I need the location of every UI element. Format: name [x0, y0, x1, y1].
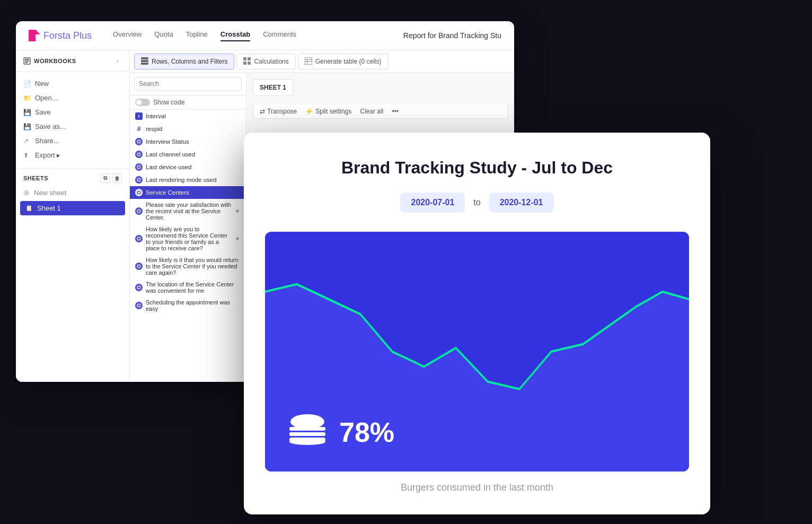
radio-icon: [135, 138, 143, 145]
dashboard-title: Brand Tracking Study - Jul to Dec: [341, 158, 613, 178]
new-sheet-item[interactable]: ⊕ New sheet: [16, 185, 129, 200]
svg-rect-7: [243, 57, 246, 60]
svg-point-16: [138, 141, 140, 143]
action-star-7[interactable]: ✦: [234, 207, 241, 215]
variable-panel: Show code I Interval # respid: [130, 73, 246, 382]
nav-quota[interactable]: Quota: [154, 30, 173, 41]
chart-content: 78%: [286, 414, 394, 450]
sheet-toolbar: ⇄ Transpose ⚡ Split settings Clear all •…: [253, 104, 508, 119]
generate-table-tab[interactable]: Generate table (0 cells): [298, 54, 389, 69]
nav-topline[interactable]: Topline: [186, 30, 208, 41]
menu-open[interactable]: 📁 Open...: [16, 91, 129, 105]
svg-rect-10: [248, 62, 251, 65]
svg-rect-11: [305, 57, 312, 65]
dashboard-footer: Burgers consumed in the last month: [401, 482, 553, 493]
var-interval[interactable]: I Interval: [130, 110, 246, 123]
more-options-btn[interactable]: •••: [392, 108, 399, 115]
transpose-btn[interactable]: ⇄ Transpose: [260, 108, 297, 115]
main-toolbar: Rows, Columns and Filters Calculations G…: [130, 50, 514, 73]
menu-save[interactable]: 💾 Save: [16, 105, 129, 119]
sidebar-menu: 📄 New 📁 Open... 💾 Save 💾 Save as... ↗: [16, 72, 129, 167]
var-respid[interactable]: # respid: [130, 123, 246, 135]
svg-rect-2: [25, 60, 29, 62]
var-last-rendering[interactable]: Last rendering mode used: [130, 173, 246, 186]
copy-sheet-btn[interactable]: ⧉: [101, 173, 110, 183]
radio-icon-8: [135, 284, 143, 291]
radio-icon-4: [135, 176, 143, 184]
svg-rect-40: [289, 427, 325, 431]
percentage-value: 78%: [339, 416, 394, 448]
share-icon: ↗: [23, 137, 31, 145]
split-settings-btn[interactable]: ⚡ Split settings: [305, 108, 351, 115]
sheet-icon: 📋: [25, 205, 33, 212]
app-header: Forsta Plus Overview Quota Topline Cross…: [16, 21, 514, 50]
show-code-toggle-row: Show code: [130, 95, 246, 110]
var-scheduling[interactable]: Scheduling the appointment was easy: [130, 296, 246, 315]
var-service-centers[interactable]: Service Centers: [130, 186, 246, 199]
transpose-icon: ⇄: [260, 108, 265, 115]
interval-icon: I: [135, 112, 143, 120]
var-last-channel[interactable]: Last channel used: [130, 148, 246, 161]
workbooks-label: WORKBOOKS: [23, 57, 76, 65]
radio-icon-6: [135, 235, 143, 242]
calculations-icon: [243, 57, 251, 66]
plus-icon: ⊕: [23, 188, 30, 197]
svg-point-36: [290, 414, 324, 429]
svg-rect-3: [25, 62, 28, 63]
rows-cols-filters-tab[interactable]: Rows, Columns and Filters: [134, 54, 234, 69]
save-icon: 💾: [23, 109, 31, 116]
burger-icon: [286, 414, 329, 450]
radio-icon-2: [135, 151, 143, 158]
nav-overview[interactable]: Overview: [113, 30, 142, 41]
menu-save-as[interactable]: 💾 Save as...: [16, 119, 129, 134]
sheet-header-row: SHEET 1: [253, 79, 508, 100]
ellipsis-icon: •••: [392, 108, 399, 115]
svg-point-24: [138, 191, 140, 194]
report-title: Report for Brand Tracking Stu: [403, 31, 501, 40]
sidebar-collapse-btn[interactable]: ‹: [113, 57, 122, 65]
svg-point-43: [289, 439, 325, 445]
show-code-toggle[interactable]: [135, 99, 150, 106]
var-last-device[interactable]: Last device used: [130, 161, 246, 173]
var-recommend[interactable]: How likely are you to recommend this Ser…: [130, 223, 246, 254]
svg-rect-41: [289, 432, 325, 436]
sheets-section: SHEETS ⧉ 🗑: [16, 169, 129, 185]
svg-point-28: [138, 238, 140, 240]
sidebar: WORKBOOKS ‹ 📄 New 📁 Open... 💾 Save: [16, 50, 130, 382]
svg-point-34: [138, 304, 140, 307]
variable-search-input[interactable]: [134, 77, 242, 91]
variable-list: I Interval # respid Interview Status: [130, 110, 246, 382]
open-folder-icon: 📁: [23, 94, 31, 102]
logo-icon: [29, 30, 40, 41]
clear-all-btn[interactable]: Clear all: [360, 108, 383, 115]
svg-rect-9: [243, 62, 246, 65]
var-interview-status[interactable]: Interview Status: [130, 135, 246, 148]
var-return[interactable]: How likely is it that you would return t…: [130, 254, 246, 278]
dashboard-card: Brand Tracking Study - Jul to Dec 2020-0…: [244, 133, 710, 514]
sheet1-item[interactable]: 📋 Sheet 1: [20, 201, 125, 215]
radio-icon-3: [135, 163, 143, 171]
calculations-tab[interactable]: Calculations: [236, 54, 295, 69]
svg-rect-1: [25, 59, 29, 60]
hash-icon: #: [135, 125, 143, 133]
workbooks-icon: [23, 57, 31, 65]
var-location[interactable]: The location of the Service Center was c…: [130, 278, 246, 296]
delete-sheet-btn[interactable]: 🗑: [112, 173, 122, 183]
sheet-label: SHEET 1: [253, 79, 293, 96]
svg-point-37: [296, 416, 300, 421]
menu-export[interactable]: ⬆ Export ▸: [16, 148, 129, 162]
var-satisfaction[interactable]: Please rate your satisfaction with the r…: [130, 199, 246, 223]
svg-rect-8: [248, 57, 251, 60]
variable-search-area: [130, 73, 246, 95]
radio-icon-9: [135, 302, 143, 309]
svg-point-20: [138, 166, 140, 168]
menu-share[interactable]: ↗ Share...: [16, 134, 129, 148]
nav-crosstab[interactable]: Crosstab: [220, 30, 250, 41]
export-icon: ⬆: [23, 152, 31, 159]
sheet-actions: ⧉ 🗑: [101, 173, 122, 183]
menu-new[interactable]: 📄 New: [16, 76, 129, 91]
action-star-8[interactable]: ✦: [234, 234, 241, 243]
date-from-pill: 2020-07-01: [400, 193, 465, 213]
rows-cols-icon: [141, 57, 148, 66]
nav-comments[interactable]: Comments: [263, 30, 296, 41]
